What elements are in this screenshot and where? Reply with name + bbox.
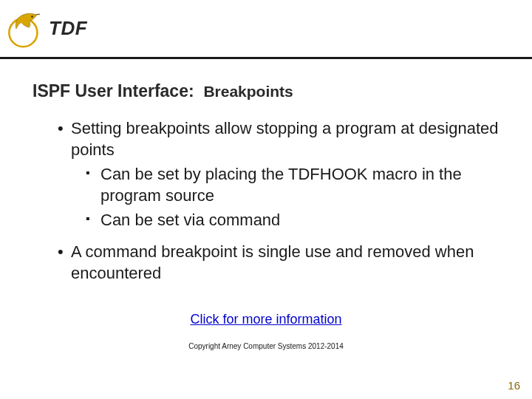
- bullet-list: Setting breakpoints allow stopping a pro…: [33, 117, 499, 284]
- list-item: A command breakpoint is single use and r…: [58, 241, 499, 284]
- slide-header: TDF: [0, 0, 532, 59]
- slide-title: ISPF User Interface: Breakpoints: [33, 81, 499, 101]
- tdf-eagle-icon: [6, 10, 44, 48]
- title-main: ISPF User Interface:: [33, 81, 194, 100]
- list-item: Setting breakpoints allow stopping a pro…: [58, 117, 499, 231]
- logo: TDF: [6, 10, 87, 48]
- sub-list: Can be set by placing the TDFHOOK macro …: [71, 163, 499, 231]
- copyright: Copyright Arney Computer Systems 2012-20…: [33, 342, 499, 350]
- more-info-link[interactable]: Click for more information: [190, 312, 341, 327]
- bullet-text: A command breakpoint is single use and r…: [71, 242, 474, 282]
- list-item: Can be set by placing the TDFHOOK macro …: [86, 163, 499, 206]
- slide-content: ISPF User Interface: Breakpoints Setting…: [0, 59, 532, 350]
- sub-bullet-text: Can be set via command: [100, 211, 280, 229]
- sub-bullet-text: Can be set by placing the TDFHOOK macro …: [100, 165, 462, 205]
- more-info-link-row: Click for more information: [33, 312, 499, 327]
- list-item: Can be set via command: [86, 209, 499, 231]
- svg-point-1: [31, 16, 33, 17]
- bullet-text: Setting breakpoints allow stopping a pro…: [71, 119, 498, 159]
- title-sub: Breakpoints: [203, 83, 293, 100]
- page-number: 16: [508, 379, 520, 392]
- logo-text: TDF: [49, 17, 87, 40]
